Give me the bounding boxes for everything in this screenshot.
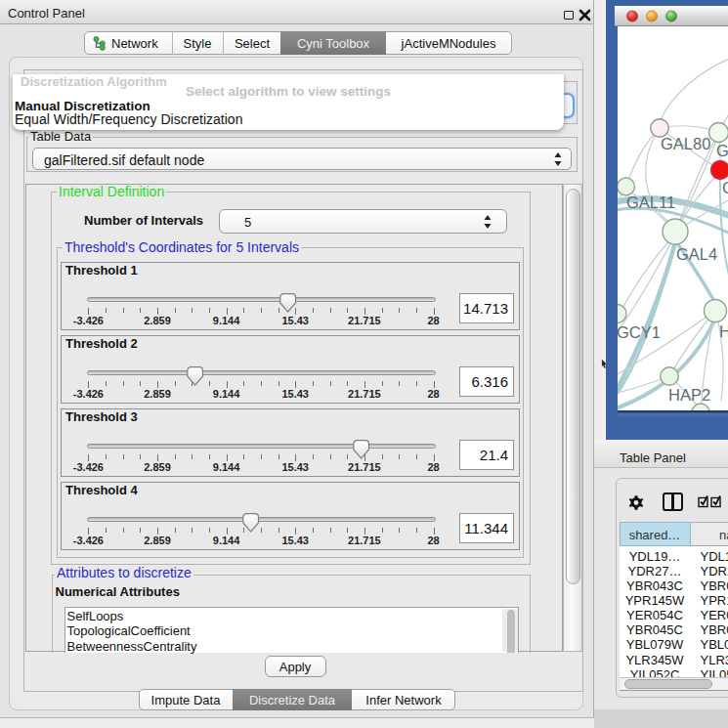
- svg-text:GAL80: GAL80: [661, 135, 710, 152]
- svg-text:H: H: [719, 322, 728, 340]
- svg-text:HAP2: HAP2: [668, 386, 710, 404]
- svg-text:GAL11: GAL11: [626, 193, 675, 211]
- svg-text:GCY1: GCY1: [617, 323, 661, 341]
- svg-text:GAL4: GAL4: [676, 245, 717, 263]
- svg-text:GA: GA: [716, 142, 728, 159]
- svg-text:C: C: [722, 179, 728, 196]
